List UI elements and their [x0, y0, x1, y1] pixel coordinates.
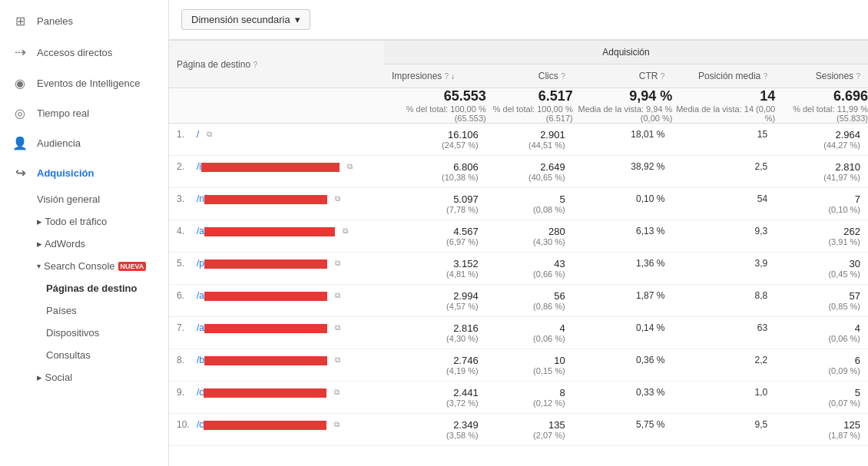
sidebar-item-paginas-destino[interactable]: Páginas de destino [37, 277, 168, 299]
external-link-icon[interactable]: ⧉ [335, 259, 340, 268]
page-link[interactable]: /i [197, 161, 340, 172]
sidebar-item-vision-general[interactable]: Visión general [37, 188, 168, 210]
col-header-sesiones: Sesiones ? [775, 64, 868, 88]
totals-ctr: 9,94 % Media de la vista: 9,94 % (0,00 %… [573, 88, 673, 124]
cell-clics: 8(0,12 %) [486, 382, 573, 414]
cell-sesiones: 125(1,87 %) [775, 414, 868, 446]
row-number: 3. [177, 193, 192, 204]
totals-clics: 6.517 % del total: 100,00 % (6.517) [486, 88, 573, 124]
page-link[interactable]: /p [197, 258, 327, 269]
page-link[interactable]: /a [197, 322, 327, 333]
redacted-content [204, 388, 326, 398]
sidebar-sub-adquisicion: Visión general ▸ Todo el tráfico ▸ AdWor… [0, 188, 168, 388]
help-icon-ctr[interactable]: ? [661, 72, 665, 81]
help-icon-page[interactable]: ? [253, 61, 257, 69]
sidebar-item-label: Adquisición [37, 167, 94, 179]
cell-posicion: 9,3 [672, 220, 775, 253]
col-header-impresiones: Impresiones ? ↓ [384, 64, 486, 88]
redacted-content [204, 259, 327, 269]
help-icon-sesiones[interactable]: ? [856, 72, 860, 81]
external-link-icon[interactable]: ⧉ [347, 162, 353, 171]
cell-page: 1./⧉ [169, 124, 384, 156]
sort-arrow-impresiones: ↓ [451, 72, 455, 81]
totals-label [169, 88, 384, 124]
sidebar-item-label: Eventos de Intelligence [37, 78, 140, 89]
cell-sesiones: 6(0,09 %) [775, 349, 868, 382]
main-content: Dimensión secundaria ▾ Página de destino… [169, 0, 868, 466]
sidebar-item-label: Paneles [37, 15, 73, 27]
help-icon-impresiones[interactable]: ? [444, 72, 449, 81]
page-link[interactable]: /b [197, 355, 327, 365]
row-number: 8. [177, 355, 192, 365]
page-link[interactable]: /a [197, 226, 335, 236]
cell-ctr: 0,10 % [573, 188, 673, 220]
external-link-icon[interactable]: ⧉ [335, 291, 340, 300]
sidebar-item-eventos-intelligence[interactable]: ◉ Eventos de Intelligence [0, 68, 168, 98]
cell-posicion: 3,9 [672, 253, 775, 285]
dropdown-icon: ▾ [295, 14, 300, 25]
cell-clics: 4(0,06 %) [486, 317, 573, 349]
sidebar-item-adquisicion[interactable]: ↪ Adquisición [0, 158, 168, 188]
row-number: 6. [177, 290, 192, 301]
cell-impresiones: 2.816(4,30 %) [384, 317, 486, 349]
cell-page: 8./b⧉ [169, 349, 384, 382]
col-header-page: Página de destino ? [169, 41, 384, 88]
page-link[interactable]: /n [197, 193, 327, 204]
cell-page: 3./n⧉ [169, 188, 384, 220]
external-link-icon[interactable]: ⧉ [335, 323, 340, 332]
secondary-dimension-button[interactable]: Dimensión secundaria ▾ [181, 9, 310, 30]
cell-clics: 56(0,86 %) [486, 285, 573, 317]
cell-impresiones: 2.994(4,57 %) [384, 285, 486, 317]
cell-impresiones: 16.106(24,57 %) [384, 124, 486, 156]
page-link[interactable]: /a [197, 290, 327, 301]
sidebar-item-label: Accesos directos [37, 47, 112, 58]
totals-sesiones: 6.696 % del total: 11,99 % (55.833) [775, 88, 868, 124]
sidebar-item-accesos-directos[interactable]: ⇢ Accesos directos [0, 36, 168, 68]
cell-ctr: 38,92 % [573, 156, 673, 188]
sidebar-item-consultas[interactable]: Consultas [37, 344, 168, 366]
sidebar-item-label: Audiencia [37, 137, 81, 149]
sidebar-item-dispositivos[interactable]: Dispositivos [37, 322, 168, 344]
external-link-icon[interactable]: ⧉ [335, 194, 340, 203]
cell-sesiones: 2.810(41,97 %) [775, 156, 868, 188]
table-body: 1./⧉16.106(24,57 %)2.901(44,51 %)18,01 %… [169, 124, 868, 446]
sidebar-item-adwords[interactable]: ▸ AdWords [37, 233, 168, 255]
sidebar-item-paneles[interactable]: ⊞ Paneles [0, 6, 168, 36]
nueva-badge: NUEVA [118, 262, 147, 271]
external-link-icon[interactable]: ⧉ [343, 226, 348, 236]
cell-posicion: 63 [672, 317, 775, 349]
help-icon-posicion[interactable]: ? [764, 72, 768, 81]
page-link[interactable]: /c [197, 387, 326, 398]
cell-ctr: 1,87 % [573, 285, 673, 317]
cell-impresiones: 6.806(10,38 %) [384, 156, 486, 188]
sidebar-item-audiencia[interactable]: 👤 Audiencia [0, 128, 168, 158]
cell-sesiones: 2.964(44,27 %) [775, 124, 868, 156]
cell-impresiones: 4.567(6,97 %) [384, 220, 486, 253]
table-row: 4./a⧉4.567(6,97 %)280(4,30 %)6,13 %9,326… [169, 220, 868, 253]
page-link[interactable]: /c [197, 419, 326, 430]
cell-sesiones: 57(0,85 %) [775, 285, 868, 317]
sidebar-item-search-console[interactable]: ▾ Search Console NUEVA [37, 255, 168, 277]
sidebar-item-paises[interactable]: Países [37, 299, 168, 322]
acquisition-icon: ↪ [12, 166, 28, 180]
sidebar-item-social[interactable]: ▸ Social [37, 366, 168, 388]
cell-sesiones: 7(0,10 %) [775, 188, 868, 220]
cell-clics: 280(4,30 %) [486, 220, 573, 253]
help-icon-clics[interactable]: ? [561, 72, 565, 81]
external-link-icon[interactable]: ⧉ [335, 355, 340, 365]
cell-page: 4./a⧉ [169, 220, 384, 253]
sidebar-item-todo-trafico[interactable]: ▸ Todo el tráfico [37, 210, 168, 233]
table-row: 2./i⧉6.806(10,38 %)2.649(40,65 %)38,92 %… [169, 156, 868, 188]
page-link[interactable]: / [197, 129, 199, 140]
cell-ctr: 0,14 % [573, 317, 673, 349]
external-link-icon[interactable]: ⧉ [334, 388, 340, 397]
external-link-icon[interactable]: ⧉ [334, 420, 340, 429]
external-link-icon[interactable]: ⧉ [207, 130, 212, 139]
sidebar-item-tiempo-real[interactable]: ◎ Tiempo real [0, 98, 168, 128]
secondary-dimension-label: Dimensión secundaria [191, 14, 290, 25]
sidebar: ⊞ Paneles ⇢ Accesos directos ◉ Eventos d… [0, 0, 169, 466]
cell-posicion: 1,0 [672, 382, 775, 414]
redacted-content [201, 163, 340, 172]
cell-clics: 135(2,07 %) [486, 414, 573, 446]
cell-ctr: 0,33 % [573, 382, 673, 414]
